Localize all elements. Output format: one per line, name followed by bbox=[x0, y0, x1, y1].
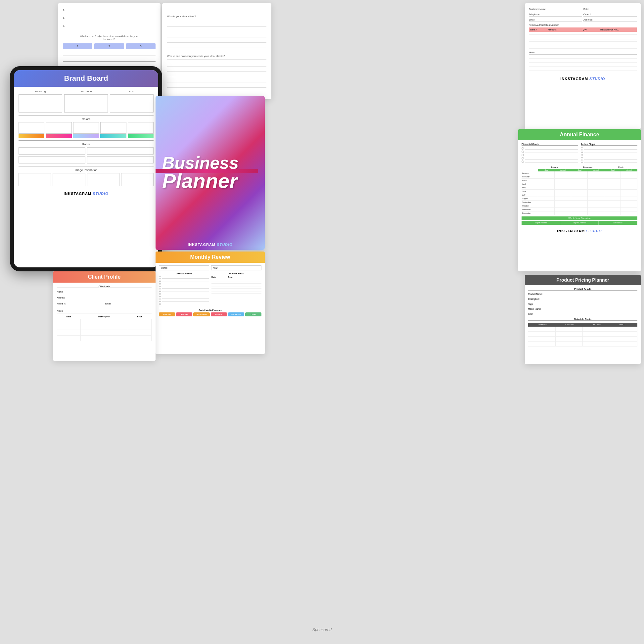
email-field-tr: Email: bbox=[529, 18, 582, 22]
desc-col-cp: Description bbox=[81, 315, 128, 318]
inkstagram-logo-tr: INKSTAGRAM STUDIO bbox=[525, 75, 641, 82]
page-container: 1. 2. 3. What are the 3 adjectives other… bbox=[0, 0, 644, 644]
description-field-pp: Description: bbox=[528, 297, 637, 301]
af-june: June bbox=[522, 190, 637, 193]
return-table-row bbox=[529, 39, 637, 42]
colors-label: Colors bbox=[19, 117, 154, 121]
month-field: Month: bbox=[159, 265, 209, 270]
tags-field-pp: Tags: bbox=[528, 302, 637, 306]
return-table-row bbox=[529, 42, 637, 44]
image-box-2 bbox=[53, 173, 85, 186]
item-1: 1. bbox=[63, 8, 156, 12]
ad-cost-button[interactable]: Ad Cost bbox=[159, 312, 175, 316]
brand-board-header: Brand Board bbox=[14, 70, 158, 87]
address-field-tr: Address: bbox=[583, 18, 637, 22]
bp-inkstagram-logo: INKSTAGRAM STUDIO bbox=[188, 243, 232, 247]
monthly-review-sheet: Monthly Review Month: Year: Goals Achiev… bbox=[156, 252, 265, 354]
return-table-row bbox=[529, 37, 637, 39]
tablet-device: Brand Board Main Logo Sub Logo Icon Colo… bbox=[10, 66, 162, 271]
model-name-field: Model Name: bbox=[528, 307, 637, 311]
pp-table-row bbox=[528, 327, 637, 332]
ideal-client-q2: Where and how can you reach your ideal c… bbox=[167, 55, 266, 58]
ideal-client-q1: Who is your ideal client? bbox=[167, 15, 266, 18]
af-august: August bbox=[522, 197, 637, 201]
return-auth-label: Return Authorization Number: bbox=[529, 24, 637, 26]
cp-table-row bbox=[57, 330, 152, 336]
address-field-cp: Address: bbox=[57, 296, 152, 300]
return-table-row bbox=[529, 35, 637, 37]
sub-logo-box bbox=[64, 94, 108, 113]
af-table-subheader: Goal Actual Goal Actual Goal Actual bbox=[522, 169, 637, 171]
name-field-cp: Name: bbox=[57, 290, 152, 294]
email-field-cp: Email: bbox=[105, 301, 152, 306]
af-december: December bbox=[522, 211, 637, 215]
income-button[interactable]: Income bbox=[211, 312, 227, 316]
icon-label: Icon bbox=[109, 90, 154, 93]
icon-box bbox=[110, 94, 154, 113]
item-3: 3. bbox=[63, 24, 156, 28]
pp-table-row bbox=[528, 337, 637, 342]
expenses-button[interactable]: Expenses bbox=[228, 312, 244, 316]
af-overview-row: Target Income Target Expense Difference bbox=[522, 221, 637, 225]
adjective-box-1: 1 bbox=[63, 43, 92, 49]
annual-finance-sheet: Annual Finance Financial Goals Action St… bbox=[518, 129, 641, 271]
financial-goals-title: Financial Goals bbox=[522, 143, 578, 146]
sub-logo-label: Sub Logo bbox=[64, 90, 109, 93]
price-col-cp: Price bbox=[128, 315, 152, 318]
return-table-header: Item # Product Qty Reason For Ret... bbox=[529, 27, 637, 32]
sku-field: SKU: bbox=[528, 312, 637, 316]
pp-table-row bbox=[528, 342, 637, 346]
product-pricing-header: Product Pricing Planner bbox=[525, 275, 641, 285]
date-col-cp: Date bbox=[57, 315, 81, 318]
image-box-1 bbox=[19, 173, 51, 186]
order-num-field: Order #: bbox=[583, 13, 637, 17]
inkstagram-logo-af: INKSTAGRAM STUDIO bbox=[518, 227, 641, 235]
date-col: Date bbox=[211, 276, 228, 278]
date-field-tr: Date: bbox=[583, 7, 637, 11]
tablet-inkstagram-logo: INKSTAGRAM STUDIO bbox=[14, 190, 158, 198]
item-2: 2. bbox=[63, 16, 156, 20]
client-profile-sheet: Client Profile Client Info Name: Address… bbox=[53, 271, 156, 361]
af-march: March bbox=[522, 179, 637, 182]
goals-achieved-title: Goals Achieved bbox=[159, 272, 209, 275]
sponsored-label: Sponsored bbox=[312, 627, 332, 632]
return-table-row bbox=[529, 46, 637, 49]
swatch-1 bbox=[19, 134, 44, 138]
notes-field-cp: Notes: bbox=[57, 309, 152, 313]
social-finances-title: Social Media Finances bbox=[159, 308, 261, 311]
af-october: October bbox=[522, 204, 637, 208]
color-box-4 bbox=[100, 122, 126, 134]
post-col: Post bbox=[228, 276, 261, 278]
af-january: January bbox=[522, 171, 637, 175]
af-april: April bbox=[522, 182, 637, 186]
adjective-box-2: 2 bbox=[94, 43, 124, 49]
year-field: Year: bbox=[211, 265, 261, 270]
af-overview-label: Whole Year Overview bbox=[522, 216, 637, 220]
af-september: September bbox=[522, 201, 637, 204]
materials-costs-label: Materials Costs bbox=[528, 318, 637, 321]
color-box-1 bbox=[19, 122, 44, 134]
phone-field-cp: Phone #: bbox=[57, 301, 103, 306]
color-box-3 bbox=[73, 122, 99, 134]
product-name-field: Product Name: bbox=[528, 292, 637, 296]
main-logo-box bbox=[19, 94, 62, 113]
image-box-3 bbox=[87, 173, 119, 186]
swatch-3 bbox=[73, 134, 99, 138]
affiliate-button[interactable]: Affiliate bbox=[176, 312, 192, 316]
font-box-2 bbox=[87, 147, 154, 155]
adjective-box-3: 3 bbox=[126, 43, 156, 49]
cp-table-row bbox=[57, 324, 152, 330]
af-february: February bbox=[522, 175, 637, 179]
telephone-field: Telephone: bbox=[529, 13, 582, 17]
months-posts-title: Month's Posts bbox=[211, 272, 261, 275]
swatch-5 bbox=[128, 134, 154, 138]
swatch-2 bbox=[46, 134, 71, 138]
return-table-row bbox=[529, 44, 637, 46]
af-july: July bbox=[522, 193, 637, 197]
other-button[interactable]: Other bbox=[245, 312, 261, 316]
sponsored-button[interactable]: Sponsored bbox=[193, 312, 209, 316]
fonts-label: Fonts bbox=[19, 143, 154, 146]
cp-table-row bbox=[57, 336, 152, 341]
product-details-label: Product Details bbox=[528, 288, 637, 291]
main-logo-label: Main Logo bbox=[19, 90, 64, 93]
